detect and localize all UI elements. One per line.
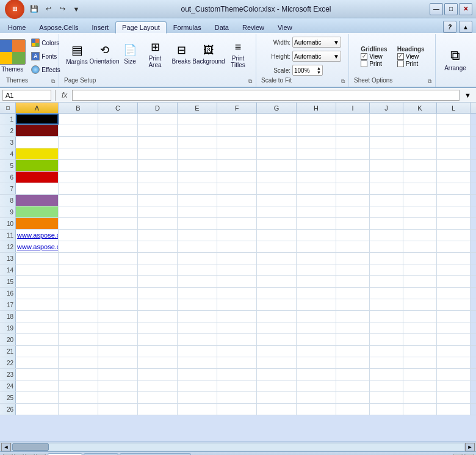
cell-c2[interactable]: [98, 125, 138, 136]
cell-i2[interactable]: [336, 125, 370, 136]
cell-b5[interactable]: [59, 160, 98, 171]
cell-h1[interactable]: [297, 114, 336, 125]
cell-g5[interactable]: [257, 160, 297, 171]
cell-j8[interactable]: [370, 195, 403, 206]
cell-l5[interactable]: [437, 160, 471, 171]
name-box[interactable]: A1: [2, 90, 51, 101]
cell-e4[interactable]: [178, 148, 217, 159]
headings-view-checkbox[interactable]: [397, 53, 404, 60]
cell-a9[interactable]: [16, 206, 59, 217]
cell-l7[interactable]: [437, 183, 471, 194]
h-scroll-thumb[interactable]: [12, 443, 49, 451]
cell-l3[interactable]: [437, 137, 471, 148]
cell-b2[interactable]: [59, 125, 98, 136]
cell-g10[interactable]: [257, 218, 297, 229]
background-button[interactable]: 🖼 Background: [195, 35, 223, 73]
cell-c7[interactable]: [98, 183, 138, 194]
col-header-d[interactable]: D: [138, 103, 178, 113]
cell-g3[interactable]: [257, 137, 297, 148]
cell-b6[interactable]: [59, 172, 98, 183]
cell-h2[interactable]: [297, 125, 336, 136]
cell-c3[interactable]: [98, 137, 138, 148]
cell-c10[interactable]: [98, 218, 138, 229]
ribbon-minimize-button[interactable]: ▲: [459, 21, 472, 33]
cell-j11[interactable]: [370, 230, 403, 241]
cell-i10[interactable]: [336, 218, 370, 229]
cell-l10[interactable]: [437, 218, 471, 229]
office-button[interactable]: ⊞: [5, 0, 24, 19]
print-area-button[interactable]: ⊞ PrintArea: [142, 35, 168, 73]
cell-h11[interactable]: [297, 230, 336, 241]
cell-d8[interactable]: [138, 195, 178, 206]
cell-f6[interactable]: [217, 172, 257, 183]
cell-j6[interactable]: [370, 172, 403, 183]
cell-f11[interactable]: [217, 230, 257, 241]
cell-g12[interactable]: [257, 241, 297, 252]
cell-a7[interactable]: [16, 183, 59, 194]
cell-e12[interactable]: [178, 241, 217, 252]
cell-i7[interactable]: [336, 183, 370, 194]
cell-a6[interactable]: [16, 172, 59, 183]
scale-expand[interactable]: ⧉: [341, 78, 345, 85]
cell-c9[interactable]: [98, 206, 138, 217]
cell-e8[interactable]: [178, 195, 217, 206]
cell-h10[interactable]: [297, 218, 336, 229]
cell-k12[interactable]: [403, 241, 437, 252]
margins-button[interactable]: ▤ Margins: [64, 35, 90, 73]
cell-j9[interactable]: [370, 206, 403, 217]
h-scroll-track[interactable]: [12, 443, 464, 451]
undo-button[interactable]: ↩: [42, 3, 54, 15]
tab-page-layout[interactable]: Page Layout: [115, 21, 167, 34]
cell-j12[interactable]: [370, 241, 403, 252]
gridlines-print-checkbox[interactable]: [361, 60, 367, 67]
tab-data[interactable]: Data: [208, 21, 236, 33]
cell-k1[interactable]: [403, 114, 437, 125]
cell-h4[interactable]: [297, 148, 336, 159]
fonts-button[interactable]: A Fonts: [28, 50, 63, 62]
cell-a12[interactable]: www.aspose.com: [16, 241, 59, 252]
cell-c12[interactable]: [98, 241, 138, 252]
print-titles-button[interactable]: ≡ PrintTitles: [224, 35, 252, 73]
cell-e7[interactable]: [178, 183, 217, 194]
cell-g8[interactable]: [257, 195, 297, 206]
col-header-i[interactable]: I: [336, 103, 370, 113]
redo-button[interactable]: ↪: [56, 3, 68, 15]
cell-h6[interactable]: [297, 172, 336, 183]
cell-l4[interactable]: [437, 148, 471, 159]
cell-h3[interactable]: [297, 137, 336, 148]
cell-d9[interactable]: [138, 206, 178, 217]
cell-f1[interactable]: [217, 114, 257, 125]
cell-f3[interactable]: [217, 137, 257, 148]
cell-k8[interactable]: [403, 195, 437, 206]
cell-c11[interactable]: [98, 230, 138, 241]
tab-view[interactable]: View: [271, 21, 299, 33]
select-all-corner[interactable]: [0, 103, 16, 113]
cell-b1[interactable]: [59, 114, 98, 125]
height-select[interactable]: Automatic ▼: [292, 51, 341, 62]
cell-l1[interactable]: [437, 114, 471, 125]
cell-f10[interactable]: [217, 218, 257, 229]
cell-d11[interactable]: [138, 230, 178, 241]
cell-g11[interactable]: [257, 230, 297, 241]
cell-k9[interactable]: [403, 206, 437, 217]
themes-button[interactable]: Themes: [0, 37, 27, 75]
headings-print-checkbox[interactable]: [397, 60, 404, 67]
scroll-left-btn[interactable]: ◄: [1, 443, 11, 451]
cell-b8[interactable]: [59, 195, 98, 206]
cell-a11[interactable]: www.aspose.com: [16, 230, 59, 241]
cell-d2[interactable]: [138, 125, 178, 136]
cell-b9[interactable]: [59, 206, 98, 217]
cell-d10[interactable]: [138, 218, 178, 229]
minimize-button[interactable]: —: [430, 3, 443, 15]
cell-j5[interactable]: [370, 160, 403, 171]
cell-i4[interactable]: [336, 148, 370, 159]
cell-f4[interactable]: [217, 148, 257, 159]
cell-b4[interactable]: [59, 148, 98, 159]
col-header-a[interactable]: A: [16, 103, 59, 113]
cell-d4[interactable]: [138, 148, 178, 159]
cell-c1[interactable]: [98, 114, 138, 125]
cell-j10[interactable]: [370, 218, 403, 229]
page-setup-expand[interactable]: ⧉: [248, 78, 252, 85]
cell-i3[interactable]: [336, 137, 370, 148]
cell-f7[interactable]: [217, 183, 257, 194]
